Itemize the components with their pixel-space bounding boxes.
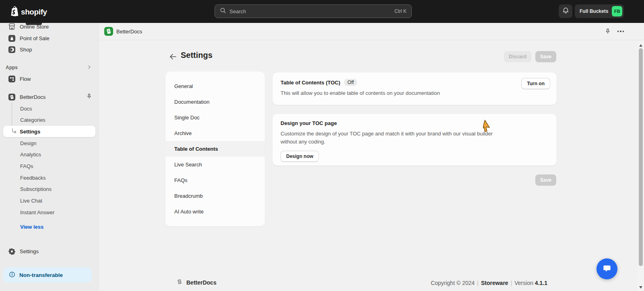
betterdocs-footer-icon xyxy=(176,278,183,287)
save-button-top[interactable]: Save xyxy=(535,51,556,62)
sidebar-item-settings-selected[interactable]: Settings xyxy=(3,126,95,137)
view-less-label: View less xyxy=(20,224,43,230)
settings-tab-breadcrumb[interactable]: Breadcrumb xyxy=(165,188,265,204)
settings-tab-archive[interactable]: Archive xyxy=(165,125,265,141)
sidebar-item-categories[interactable]: Categories xyxy=(3,114,95,125)
settings-tab-live-search[interactable]: Live Search xyxy=(165,157,265,172)
sidebar-item-analytics[interactable]: Analytics xyxy=(3,149,95,160)
scrollbar-thumb[interactable] xyxy=(639,48,643,266)
sidebar-nav: Online Store Point of Sale Shop Apps Flo… xyxy=(0,23,99,291)
topbar: shopify Ctrl K Full Buckets FB xyxy=(0,0,644,23)
sidebar-item-label: Settings xyxy=(20,248,39,254)
store-menu-button[interactable]: Full Buckets FB xyxy=(575,4,624,18)
sidebar-item-label: Categories xyxy=(20,117,45,123)
shopify-bag-icon xyxy=(10,6,19,18)
main-area: BetterDocs Settings Discard Save General… xyxy=(99,23,644,291)
card-title: Design your TOC page xyxy=(281,120,337,126)
sidebar-item-flow[interactable]: Flow xyxy=(3,73,95,84)
footer-brand-label: BetterDocs xyxy=(186,279,217,286)
sidebar-item-label: Subscriptions xyxy=(20,186,52,192)
copyright-text: Copyright © 2024 xyxy=(431,280,475,286)
sidebar-item-label: Settings xyxy=(20,129,40,135)
shopify-logo[interactable]: shopify xyxy=(10,6,47,18)
separator: | xyxy=(475,280,481,286)
sidebar-item-label: Docs xyxy=(20,106,32,112)
storefront-icon xyxy=(8,23,16,31)
sidebar-item-label: Design xyxy=(20,140,36,146)
version-label: Version xyxy=(514,280,533,286)
info-icon xyxy=(9,271,15,279)
sidebar-item-design[interactable]: Design xyxy=(3,137,95,149)
sidebar-item-label: Shop xyxy=(20,47,32,53)
sidebar-section-apps[interactable]: Apps xyxy=(3,62,95,73)
sidebar-item-point-of-sale[interactable]: Point of Sale xyxy=(3,33,95,44)
store-avatar: FB xyxy=(612,6,622,16)
scroll-down-arrow[interactable] xyxy=(639,286,642,289)
sidebar-item-label: Analytics xyxy=(20,152,41,158)
sidebar-item-label: Online Store xyxy=(20,24,49,30)
company-name: Storeware xyxy=(481,280,508,286)
turn-on-button[interactable]: Turn on xyxy=(521,78,550,89)
pin-app-icon[interactable] xyxy=(605,28,611,36)
save-button-bottom[interactable]: Save xyxy=(535,174,556,186)
sidebar-item-live-chat[interactable]: Live Chat xyxy=(3,195,95,206)
betterdocs-green-icon xyxy=(104,27,113,36)
pin-icon[interactable] xyxy=(86,93,92,100)
sidebar-item-label: Live Chat xyxy=(20,198,42,204)
discard-button[interactable]: Discard xyxy=(504,51,531,62)
bell-icon xyxy=(562,7,569,15)
footer-copyright: Copyright © 2024|Storeware|Version 4.1.1 xyxy=(431,280,547,286)
non-transferable-badge: Non-transferable xyxy=(3,267,92,283)
apps-header-label: Apps xyxy=(6,65,18,70)
search-input[interactable] xyxy=(229,8,391,14)
sidebar-item-label: Point of Sale xyxy=(20,35,50,41)
sidebar-item-settings-bottom[interactable]: Settings xyxy=(3,246,95,257)
back-button[interactable] xyxy=(168,51,178,62)
sidebar-item-label: BetterDocs xyxy=(20,94,45,100)
sidebar-item-subscriptions[interactable]: Subscriptions xyxy=(3,183,95,195)
sidebar-item-label: Feedbacks xyxy=(20,175,46,181)
sidebar-item-docs[interactable]: Docs xyxy=(3,103,95,114)
settings-tab-documentation[interactable]: Documentation xyxy=(165,94,265,110)
settings-nav-panel: General Documentation Single Doc Archive… xyxy=(165,72,265,226)
point-of-sale-icon xyxy=(8,35,16,42)
page-title: Settings xyxy=(181,51,213,60)
sidebar-item-instant-answer[interactable]: Instant Answer xyxy=(3,207,95,218)
view-less-link[interactable]: View less xyxy=(3,221,95,232)
chevron-right-icon xyxy=(87,64,92,71)
app-title: BetterDocs xyxy=(116,29,142,35)
app-content: Settings Discard Save General Documentat… xyxy=(99,40,644,291)
card-title: Table of Contents (TOC) xyxy=(281,80,340,86)
sidebar-item-label: FAQs xyxy=(20,163,33,169)
separator: | xyxy=(508,280,515,286)
corner-arrow-icon xyxy=(11,128,17,135)
design-now-button[interactable]: Design now xyxy=(281,151,319,162)
live-chat-bubble[interactable] xyxy=(597,258,617,279)
settings-tab-general[interactable]: General xyxy=(165,78,265,94)
settings-tab-table-of-contents[interactable]: Table of Contents xyxy=(165,141,265,157)
non-transferable-label: Non-transferable xyxy=(19,272,63,278)
global-search[interactable]: Ctrl K xyxy=(215,4,412,18)
card-description: Customize the design of your TOC page an… xyxy=(281,130,501,146)
version-number: 4.1.1 xyxy=(535,280,547,286)
settings-tab-single-doc[interactable]: Single Doc xyxy=(165,110,265,125)
shopify-wordmark: shopify xyxy=(21,8,47,16)
sidebar-item-feedbacks[interactable]: Feedbacks xyxy=(3,172,95,183)
sidebar-item-faqs[interactable]: FAQs xyxy=(3,160,95,172)
settings-tab-ai-auto-write[interactable]: AI Auto write xyxy=(165,204,265,219)
sidebar-item-betterdocs[interactable]: BetterDocs xyxy=(3,91,95,102)
toc-toggle-card: Table of Contents (TOC) Off Turn on This… xyxy=(272,72,557,105)
settings-tab-faqs[interactable]: FAQs xyxy=(165,172,265,188)
sidebar-item-shop[interactable]: Shop xyxy=(3,44,95,55)
notifications-button[interactable] xyxy=(559,4,572,18)
store-name: Full Buckets xyxy=(580,8,608,14)
scroll-up-arrow[interactable] xyxy=(639,44,642,47)
flow-app-icon xyxy=(8,75,16,83)
sidebar-item-label: Flow xyxy=(20,76,31,82)
status-badge: Off xyxy=(344,79,357,86)
vertical-scrollbar[interactable] xyxy=(638,40,644,291)
sidebar-item-label: Instant Answer xyxy=(20,209,54,215)
chat-bubble-icon xyxy=(602,263,612,275)
shop-app-icon xyxy=(8,46,16,53)
more-options-icon[interactable] xyxy=(617,31,624,32)
